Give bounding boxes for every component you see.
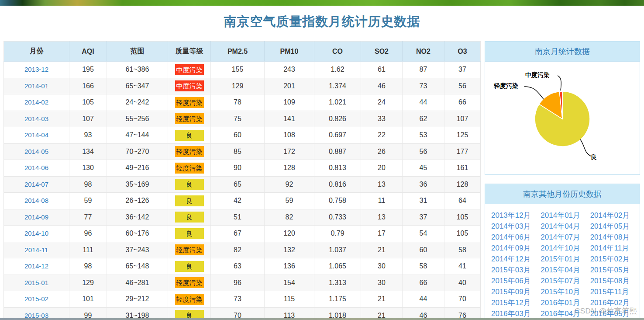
o3-value: 107 bbox=[444, 111, 481, 127]
pm25-value: 63 bbox=[211, 258, 265, 275]
co-value: 1.313 bbox=[314, 275, 361, 291]
history-month-link[interactable]: 2014年07月 bbox=[541, 232, 584, 243]
table-row: 2014-0116665~347中度污染1292011.374467356 bbox=[4, 78, 481, 94]
history-month-link[interactable]: 2014年01月 bbox=[541, 210, 584, 221]
footer-bar bbox=[0, 318, 644, 320]
no2-value: 73 bbox=[403, 78, 444, 94]
aqi-value: 129 bbox=[69, 275, 107, 291]
co-value: 1.037 bbox=[314, 242, 361, 258]
aqi-range: 49~216 bbox=[107, 160, 168, 177]
history-month-link[interactable]: 2015年09月 bbox=[491, 286, 534, 297]
history-month-link[interactable]: 2015年04月 bbox=[541, 264, 584, 275]
month-link[interactable]: 2014-01 bbox=[24, 82, 48, 90]
pie-chart bbox=[485, 62, 641, 174]
no2-value: 66 bbox=[403, 275, 444, 291]
aqi-monthly-table: 月份AQI范围质量等级PM2.5PM10COSO2NO2O3 2013-1219… bbox=[3, 41, 481, 320]
aqi-value: 77 bbox=[69, 209, 107, 226]
column-header: NO2 bbox=[403, 42, 444, 62]
aqi-range: 65~347 bbox=[107, 78, 168, 94]
history-panel-title: 南京其他月份历史数据 bbox=[485, 184, 640, 204]
month-link[interactable]: 2014-09 bbox=[24, 213, 48, 221]
column-header: SO2 bbox=[361, 42, 403, 62]
month-link[interactable]: 2014-10 bbox=[24, 230, 48, 237]
history-month-link[interactable]: 2015年07月 bbox=[541, 275, 584, 286]
pm25-value: 90 bbox=[211, 160, 265, 177]
history-month-link[interactable]: 2014年03月 bbox=[491, 221, 534, 232]
month-link[interactable]: 2015-01 bbox=[24, 279, 48, 286]
column-header: AQI bbox=[69, 42, 107, 62]
pm10-value: 136 bbox=[265, 258, 314, 275]
quality-level-badge: 良 bbox=[175, 179, 204, 190]
header-photo-strip bbox=[0, 0, 644, 6]
history-month-link[interactable]: 2013年12月 bbox=[491, 210, 534, 221]
quality-level-badge: 轻度污染 bbox=[175, 97, 204, 108]
history-month-link[interactable]: 2016年03月 bbox=[491, 308, 534, 319]
so2-value: 20 bbox=[361, 160, 403, 177]
month-link[interactable]: 2014-02 bbox=[24, 98, 48, 106]
month-link[interactable]: 2014-03 bbox=[24, 115, 48, 122]
month-link[interactable]: 2014-06 bbox=[24, 164, 48, 171]
o3-value: 125 bbox=[444, 127, 481, 144]
pm25-value: 78 bbox=[211, 94, 265, 111]
history-month-link[interactable]: 2014年10月 bbox=[541, 243, 584, 254]
no2-value: 44 bbox=[403, 291, 444, 308]
aqi-range: 26~126 bbox=[107, 193, 168, 209]
history-month-link[interactable]: 2014年02月 bbox=[590, 210, 634, 221]
month-link[interactable]: 2014-04 bbox=[24, 131, 48, 139]
aqi-range: 47~144 bbox=[107, 127, 168, 144]
page-title: 南京空气质量指数月统计历史数据 bbox=[0, 13, 644, 31]
history-month-link[interactable]: 2015年06月 bbox=[491, 275, 534, 286]
so2-value: 61 bbox=[361, 62, 403, 78]
o3-value: 128 bbox=[444, 176, 481, 193]
history-month-link[interactable]: 2014年05月 bbox=[590, 221, 634, 232]
history-month-link[interactable]: 2014年04月 bbox=[541, 221, 584, 232]
so2-value: 24 bbox=[361, 94, 403, 111]
history-month-link[interactable]: 2015年03月 bbox=[491, 264, 534, 275]
aqi-value: 166 bbox=[69, 78, 107, 94]
table-body: 2013-1219561~386中度污染1552431.626187372014… bbox=[4, 62, 481, 320]
pm10-value: 109 bbox=[265, 94, 314, 111]
pm25-value: 82 bbox=[211, 242, 265, 258]
pm10-value: 154 bbox=[265, 275, 314, 291]
history-month-link[interactable]: 2015年11月 bbox=[590, 286, 634, 297]
pm10-value: 243 bbox=[265, 62, 314, 78]
history-month-link[interactable]: 2014年06月 bbox=[491, 232, 534, 243]
month-link[interactable]: 2014-12 bbox=[24, 262, 48, 270]
column-header: 范围 bbox=[107, 42, 168, 62]
month-link[interactable]: 2013-12 bbox=[24, 66, 48, 73]
aqi-value: 111 bbox=[69, 242, 107, 258]
history-month-link[interactable]: 2015年10月 bbox=[541, 286, 584, 297]
month-link[interactable]: 2014-11 bbox=[25, 246, 48, 254]
history-month-link[interactable]: 2014年12月 bbox=[491, 254, 534, 264]
pm10-value: 115 bbox=[265, 291, 314, 308]
history-month-link[interactable]: 2014年09月 bbox=[491, 243, 534, 254]
so2-value: 26 bbox=[361, 143, 403, 160]
o3-value: 105 bbox=[444, 209, 481, 226]
o3-value: 177 bbox=[444, 143, 481, 160]
no2-value: 87 bbox=[403, 62, 444, 78]
month-link[interactable]: 2014-08 bbox=[24, 197, 48, 204]
co-value: 0.697 bbox=[314, 127, 361, 144]
month-link[interactable]: 2014-05 bbox=[24, 148, 48, 155]
quality-level-badge: 轻度污染 bbox=[175, 277, 204, 288]
aqi-value: 130 bbox=[69, 160, 107, 177]
table-row: 2015-0112946~281轻度污染961541.313306640 bbox=[4, 275, 481, 291]
so2-value: 46 bbox=[361, 78, 403, 94]
month-link[interactable]: 2015-02 bbox=[24, 295, 48, 303]
history-month-link[interactable]: 2015年08月 bbox=[590, 275, 634, 286]
history-month-link[interactable]: 2014年11月 bbox=[590, 243, 634, 254]
co-value: 0.758 bbox=[314, 193, 361, 209]
history-month-link[interactable]: 2015年01月 bbox=[541, 254, 584, 264]
pm25-value: 65 bbox=[211, 176, 265, 193]
month-link[interactable]: 2014-07 bbox=[24, 181, 48, 188]
pm10-value: 82 bbox=[265, 209, 314, 226]
history-month-link[interactable]: 2015年12月 bbox=[491, 297, 534, 308]
pm10-value: 59 bbox=[265, 193, 314, 209]
co-value: 0.813 bbox=[314, 160, 361, 177]
history-month-link[interactable]: 2015年05月 bbox=[590, 264, 634, 275]
history-month-link[interactable]: 2015年02月 bbox=[590, 254, 634, 264]
history-links-panel: 南京其他月份历史数据 2013年12月2014年01月2014年02月2014年… bbox=[485, 184, 640, 320]
table-row: 2014-0613049~216轻度污染901280.8132045161 bbox=[4, 160, 481, 177]
pm10-value: 120 bbox=[265, 226, 314, 242]
history-month-link[interactable]: 2014年08月 bbox=[590, 232, 634, 243]
